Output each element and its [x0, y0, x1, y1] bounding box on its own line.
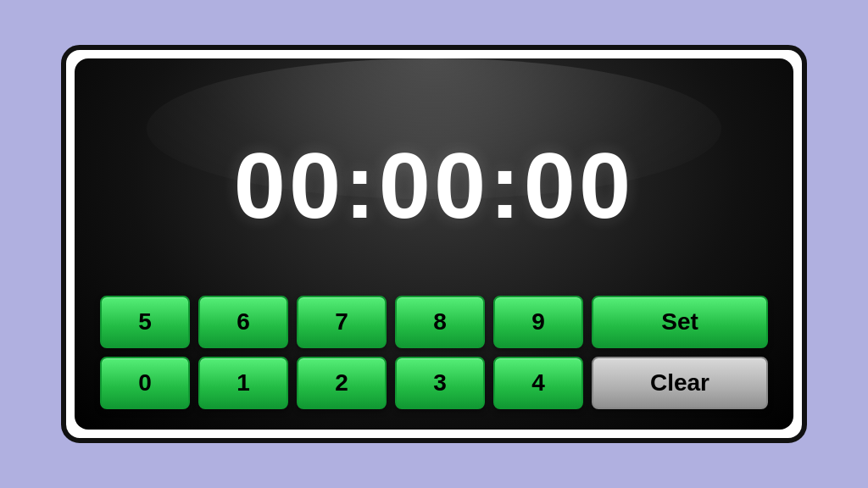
digit-5-button[interactable]: 5 — [100, 296, 190, 348]
set-button[interactable]: Set — [592, 296, 768, 348]
keypad-row-top: 5 6 7 8 9 Set — [100, 296, 768, 348]
keypad-row-bottom: 0 1 2 3 4 Clear — [100, 357, 768, 409]
digit-0-button[interactable]: 0 — [100, 357, 190, 409]
digit-6-button[interactable]: 6 — [198, 296, 288, 348]
timer-display: 00:00:00 — [100, 75, 768, 296]
timer-body: 00:00:00 5 6 7 8 9 Set — [75, 58, 793, 430]
keypad: 5 6 7 8 9 Set 0 — [100, 296, 768, 409]
digit-9-button[interactable]: 9 — [493, 296, 583, 348]
time-value: 00:00:00 — [234, 139, 634, 232]
digit-8-button[interactable]: 8 — [395, 296, 485, 348]
outer-frame: 00:00:00 5 6 7 8 9 Set — [61, 45, 807, 443]
digit-7-button[interactable]: 7 — [297, 296, 387, 348]
digit-4-button[interactable]: 4 — [493, 357, 583, 409]
digit-2-button[interactable]: 2 — [297, 357, 387, 409]
digit-3-button[interactable]: 3 — [395, 357, 485, 409]
digit-1-button[interactable]: 1 — [198, 357, 288, 409]
clear-button[interactable]: Clear — [592, 357, 768, 409]
